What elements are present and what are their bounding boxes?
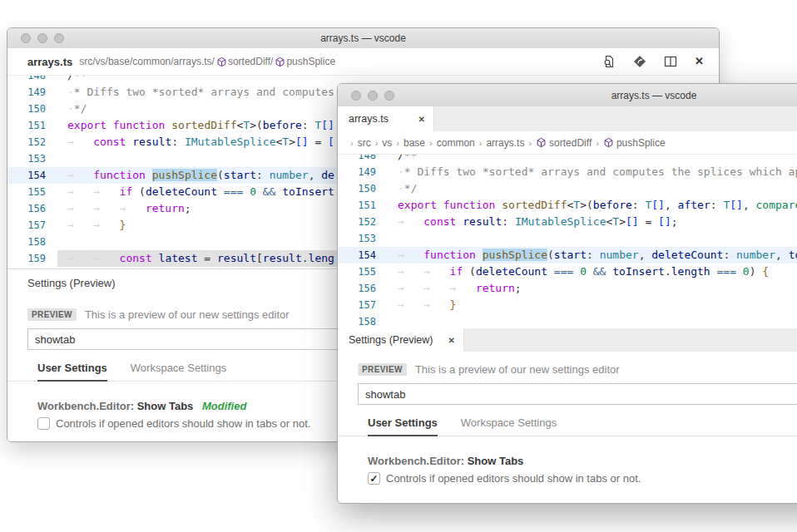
tab-user-settings[interactable]: User Settings (37, 362, 107, 382)
tab-workspace-settings[interactable]: Workspace Settings (131, 362, 226, 381)
code-line[interactable]: 158 (338, 313, 797, 328)
chevron-right-icon: › (375, 138, 379, 148)
setting-description: Controls if opened editors should show i… (386, 472, 641, 485)
preview-row: PREVIEW This is a preview of our new set… (358, 363, 797, 376)
setting-modified-label: Modified (202, 400, 246, 412)
close-tab-icon[interactable]: ✕ (418, 115, 425, 124)
breadcrumb-path[interactable]: src/vs/base/common/arrays.ts/ (79, 56, 215, 67)
breadcrumb-item-base[interactable]: base (403, 137, 425, 149)
tab-label: arrays.ts (349, 113, 413, 125)
chevron-right-icon: › (479, 138, 483, 148)
editor-tab-strip: arrays.ts ✕ (338, 106, 797, 131)
code-line[interactable]: 148/** (338, 155, 797, 164)
symbol-cube-icon (216, 57, 227, 67)
line-number[interactable]: 152 (7, 134, 57, 150)
line-number[interactable]: 157 (7, 217, 57, 234)
line-number[interactable]: 149 (338, 164, 388, 180)
settings-tab-strip: Settings (Preview) ✕ (338, 328, 797, 352)
titlebar[interactable]: arrays.ts — vscode (7, 28, 719, 49)
code-line[interactable]: 154→function pushSplice(start: number, d… (338, 247, 797, 264)
setting-description: Controls if opened editors should show i… (56, 417, 310, 430)
setting-name: Show Tabs (468, 455, 524, 467)
line-number[interactable]: 158 (7, 234, 57, 250)
line-number[interactable]: 153 (7, 150, 57, 167)
preview-text: This is a preview of our new settings ed… (85, 308, 290, 321)
line-number[interactable]: 154 (338, 247, 388, 264)
line-number[interactable]: 148 (7, 76, 57, 84)
code-line[interactable]: 151export function sortedDiff<T>(before:… (338, 197, 797, 214)
find-in-file-icon[interactable] (602, 55, 616, 68)
line-number[interactable]: 155 (338, 264, 388, 280)
code-line[interactable]: 156→→→return; (338, 280, 797, 297)
line-number[interactable]: 158 (338, 313, 388, 328)
settings-editor: PREVIEW This is a preview of our new set… (338, 352, 797, 503)
split-editor-icon[interactable] (664, 55, 677, 68)
traffic-lights (351, 91, 394, 101)
code-editor[interactable]: 148/**149·* Diffs two *sorted* arrays an… (338, 155, 797, 328)
minimize-window-button[interactable] (368, 91, 378, 101)
preview-badge: PREVIEW (358, 363, 407, 376)
line-number[interactable]: 156 (7, 200, 57, 217)
close-tab-icon[interactable]: ✕ (448, 336, 455, 345)
breadcrumb-item-vs[interactable]: vs (382, 137, 392, 149)
breadcrumb-item-sorteddiff[interactable]: sortedDiff (536, 137, 592, 149)
code-line[interactable]: 157→→} (338, 297, 797, 313)
git-compare-icon[interactable] (633, 55, 646, 68)
line-number[interactable]: 149 (7, 84, 57, 101)
chevron-right-icon: › (596, 138, 599, 148)
code-line[interactable]: 149·* Diffs two *sorted* arrays and comp… (338, 164, 797, 180)
preview-badge: PREVIEW (27, 308, 77, 321)
tab-user-settings[interactable]: User Settings (368, 416, 438, 436)
close-window-button[interactable] (21, 33, 31, 43)
window-title: arrays.ts — vscode (320, 32, 406, 44)
window-title: arrays.ts — vscode (611, 90, 697, 101)
editor-actions: ✕ (602, 55, 704, 68)
show-tabs-checkbox[interactable]: ✓ (368, 472, 380, 485)
setting-title: Workbench.Editor: Show Tabs (368, 455, 797, 467)
line-number[interactable]: 155 (7, 184, 57, 200)
titlebar[interactable]: arrays.ts — vscode (338, 84, 797, 107)
code-line[interactable]: 153 (338, 230, 797, 247)
chevron-right-icon: › (396, 138, 399, 148)
breadcrumb-item-arrays-ts[interactable]: arrays.ts (486, 137, 524, 149)
line-number[interactable]: 150 (7, 101, 57, 117)
zoom-window-button[interactable] (54, 33, 64, 43)
minimize-window-button[interactable] (37, 33, 47, 43)
code-line[interactable]: 152→const result: IMutableSplice<T>[] = … (338, 214, 797, 230)
line-number[interactable]: 151 (338, 197, 388, 214)
line-number[interactable]: 154 (7, 167, 57, 184)
tab-settings-preview[interactable]: Settings (Preview) ✕ (338, 328, 464, 352)
breadcrumb[interactable]: src/vs/base/common/arrays.ts/ sortedDiff… (79, 56, 335, 67)
code-line[interactable]: 150·*/ (338, 180, 797, 197)
chevron-right-icon: › (528, 138, 532, 148)
vscode-window-front: arrays.ts — vscode arrays.ts ✕ ›src›vs›b… (337, 83, 797, 504)
line-number[interactable]: 156 (338, 280, 388, 297)
file-label: arrays.ts (27, 56, 72, 68)
symbol-cube-icon (536, 137, 547, 148)
breadcrumb-item-src[interactable]: src (358, 137, 371, 149)
line-number[interactable]: 157 (338, 297, 388, 313)
line-number[interactable]: 148 (338, 155, 388, 164)
line-number[interactable]: 152 (338, 214, 388, 230)
setting-value-row: ✓ Controls if opened editors should show… (368, 472, 797, 485)
close-window-button[interactable] (351, 91, 361, 101)
line-number[interactable]: 151 (7, 117, 57, 134)
show-tabs-checkbox[interactable] (37, 417, 50, 430)
setting-category: Workbench.Editor: (37, 400, 134, 412)
line-number[interactable]: 150 (338, 180, 388, 197)
close-editor-icon[interactable]: ✕ (695, 55, 704, 68)
breadcrumb-separator: / (270, 56, 273, 67)
breadcrumb-item-pushsplice[interactable]: pushSplice (603, 137, 666, 149)
breadcrumb-item-common[interactable]: common (437, 137, 475, 149)
editor-title-header: arrays.ts src/vs/base/common/arrays.ts/ … (7, 48, 719, 76)
tab-workspace-settings[interactable]: Workspace Settings (461, 416, 557, 436)
line-number[interactable]: 159 (7, 250, 57, 267)
line-number[interactable]: 153 (338, 230, 388, 247)
code-line[interactable]: 155→→if (deleteCount === 0 && toInsert.l… (338, 264, 797, 280)
breadcrumb-symbol[interactable]: sortedDiff (228, 56, 270, 67)
tab-arrays-ts[interactable]: arrays.ts ✕ (338, 106, 434, 131)
breadcrumb-symbol[interactable]: pushSplice (286, 56, 335, 67)
settings-search-input[interactable] (358, 383, 797, 405)
symbol-cube-icon (275, 57, 285, 67)
zoom-window-button[interactable] (384, 91, 394, 101)
